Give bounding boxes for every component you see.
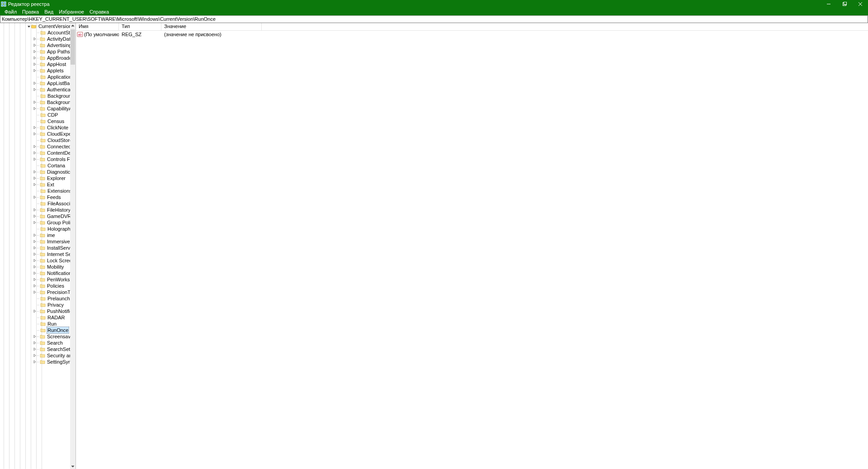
menubar: Файл Правка Вид Избранное Справка <box>0 8 868 15</box>
menu-file[interactable]: Файл <box>2 8 19 15</box>
column-header-value[interactable]: Значение <box>161 23 262 30</box>
window-title: Редактор реестра <box>8 0 50 8</box>
svg-rect-1 <box>4 2 6 4</box>
app-icon <box>1 1 6 7</box>
list-row[interactable]: ab(По умолчанию)REG_SZ(значение не присв… <box>76 31 868 38</box>
list-header: Имя Тип Значение <box>76 23 868 31</box>
scrollbar-down-button[interactable] <box>70 464 75 469</box>
tree-scrollbar[interactable] <box>70 23 75 469</box>
minimize-button[interactable] <box>821 0 836 8</box>
string-value-icon: ab <box>77 31 83 38</box>
svg-rect-0 <box>1 2 3 4</box>
tree-guide-lines <box>0 23 70 469</box>
column-header-empty[interactable] <box>262 23 868 30</box>
address-bar[interactable]: Компьютер\HKEY_CURRENT_USER\SOFTWARE\Mic… <box>0 15 868 23</box>
menu-edit[interactable]: Правка <box>19 8 42 15</box>
value-type-cell: REG_SZ <box>119 32 161 37</box>
value-data-cell: (значение не присвоено) <box>161 32 262 37</box>
scrollbar-up-button[interactable] <box>70 23 75 28</box>
svg-text:ab: ab <box>78 33 82 36</box>
menu-favorites[interactable]: Избранное <box>56 8 87 15</box>
close-button[interactable] <box>852 0 868 8</box>
menu-view[interactable]: Вид <box>42 8 56 15</box>
maximize-button[interactable] <box>836 0 852 8</box>
svg-rect-2 <box>1 5 3 6</box>
value-name-cell: ab(По умолчанию) <box>76 31 119 38</box>
scrollbar-thumb[interactable] <box>71 29 75 65</box>
column-header-type[interactable]: Тип <box>119 23 161 30</box>
svg-rect-6 <box>844 2 846 5</box>
values-list-pane: Имя Тип Значение ab(По умолчанию)REG_SZ(… <box>76 23 868 469</box>
column-header-name[interactable]: Имя <box>76 23 119 30</box>
tree-pane: CurrentVersion AccountStateActivityDataM… <box>0 23 76 469</box>
menu-help[interactable]: Справка <box>87 8 112 15</box>
svg-rect-3 <box>4 5 6 6</box>
main-area: CurrentVersion AccountStateActivityDataM… <box>0 23 868 469</box>
list-body: ab(По умолчанию)REG_SZ(значение не присв… <box>76 31 868 469</box>
titlebar: Редактор реестра <box>0 0 868 8</box>
